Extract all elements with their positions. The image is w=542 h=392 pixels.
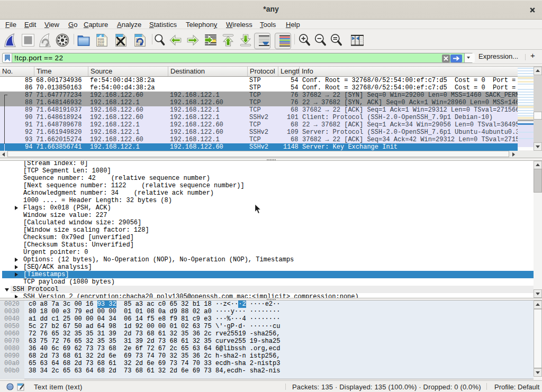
svg-text:0111: 0111 bbox=[98, 43, 104, 46]
